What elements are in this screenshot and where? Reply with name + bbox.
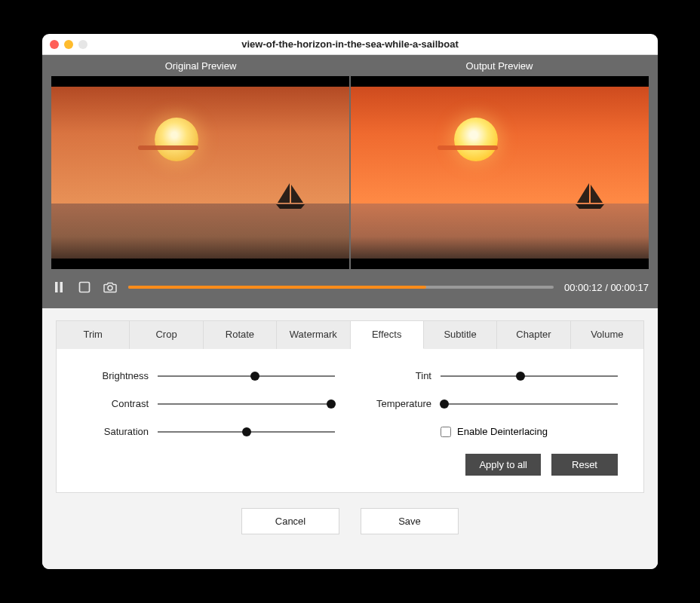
window-title: view-of-the-horizon-in-the-sea-while-a-s… <box>42 38 658 50</box>
preview-area: Original Preview Output Preview <box>42 55 658 308</box>
player-bar: 00:00:12 / 00:00:17 <box>51 269 649 299</box>
temperature-slider[interactable]: Temperature <box>365 398 618 409</box>
svg-rect-0 <box>55 282 58 292</box>
tab-rotate[interactable]: Rotate <box>204 320 277 349</box>
minimize-window-button[interactable] <box>64 40 73 49</box>
timestamp-display: 00:00:12 / 00:00:17 <box>564 282 649 293</box>
deinterlace-label: Enable Deinterlacing <box>457 426 548 437</box>
sailboat-graphic <box>573 182 607 210</box>
apply-to-all-button[interactable]: Apply to all <box>465 454 541 476</box>
contrast-slider[interactable]: Contrast <box>82 398 335 409</box>
tab-bar: Trim Crop Rotate Watermark Effects Subti… <box>56 320 644 349</box>
tab-effects[interactable]: Effects <box>351 320 424 349</box>
brightness-knob[interactable] <box>250 372 259 381</box>
saturation-knob[interactable] <box>242 427 251 436</box>
temperature-label: Temperature <box>365 398 431 409</box>
pause-icon[interactable] <box>51 280 66 295</box>
temperature-knob[interactable] <box>440 399 449 409</box>
saturation-slider[interactable]: Saturation <box>82 426 335 437</box>
svg-rect-2 <box>80 283 90 292</box>
tab-chapter[interactable]: Chapter <box>497 320 570 349</box>
brightness-slider[interactable]: Brightness <box>82 370 335 381</box>
progress-track[interactable] <box>128 286 554 289</box>
cancel-button[interactable]: Cancel <box>241 508 339 534</box>
tab-watermark[interactable]: Watermark <box>277 320 350 349</box>
tab-volume[interactable]: Volume <box>571 320 644 349</box>
original-preview-label: Original Preview <box>51 60 350 72</box>
save-button[interactable]: Save <box>361 508 459 534</box>
saturation-label: Saturation <box>82 426 149 437</box>
zoom-window-button[interactable] <box>78 40 88 49</box>
editor-area: Trim Crop Rotate Watermark Effects Subti… <box>42 308 658 569</box>
sailboat-graphic <box>273 182 308 210</box>
total-time: 00:00:17 <box>610 282 649 293</box>
app-window: view-of-the-horizon-in-the-sea-while-a-s… <box>42 34 658 569</box>
effects-panel: Brightness Contrast Saturation Tint <box>56 349 644 493</box>
deinterlace-checkbox[interactable] <box>441 427 451 437</box>
tint-knob[interactable] <box>516 372 525 381</box>
tab-trim[interactable]: Trim <box>56 320 130 349</box>
tab-crop[interactable]: Crop <box>130 320 203 349</box>
svg-rect-1 <box>60 282 63 292</box>
tab-subtitle[interactable]: Subtitle <box>424 320 497 349</box>
brightness-label: Brightness <box>82 370 149 381</box>
contrast-knob[interactable] <box>327 399 336 409</box>
output-preview-label: Output Preview <box>350 60 649 72</box>
tint-slider[interactable]: Tint <box>365 370 618 381</box>
tint-label: Tint <box>365 370 431 381</box>
snapshot-icon[interactable] <box>103 280 118 295</box>
stop-icon[interactable] <box>77 280 92 295</box>
svg-point-3 <box>108 286 112 290</box>
reset-button[interactable]: Reset <box>551 454 618 476</box>
output-preview <box>351 76 649 269</box>
dialog-footer: Cancel Save <box>56 493 644 552</box>
original-preview <box>51 76 349 269</box>
titlebar: view-of-the-horizon-in-the-sea-while-a-s… <box>42 34 658 55</box>
current-time: 00:00:12 <box>564 282 603 293</box>
traffic-lights <box>50 40 88 49</box>
progress-fill <box>128 286 426 289</box>
contrast-label: Contrast <box>82 398 149 409</box>
close-window-button[interactable] <box>50 40 59 49</box>
